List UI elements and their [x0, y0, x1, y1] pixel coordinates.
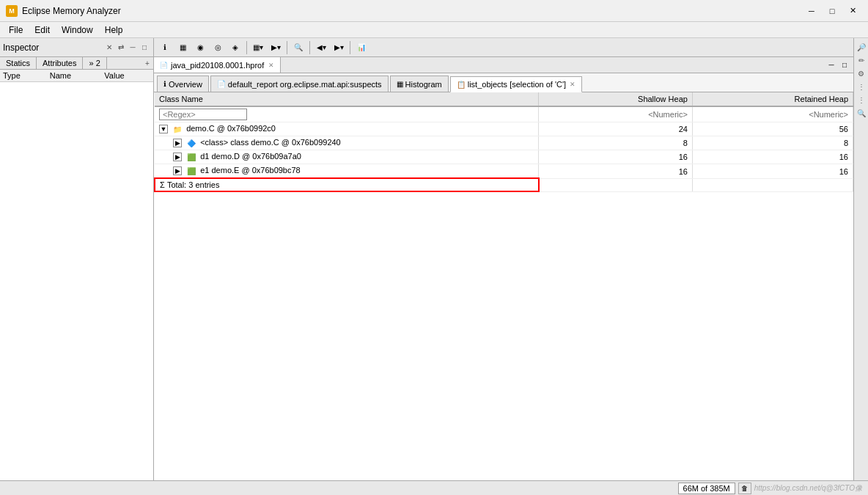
inspector-title: Inspector: [3, 43, 106, 53]
close-button[interactable]: ✕: [843, 4, 862, 18]
tb-back-button[interactable]: ◀▾: [313, 40, 329, 55]
right-settings-icon[interactable]: ⚙: [856, 67, 867, 79]
inspector-close-icon: ✕: [106, 43, 112, 51]
tab-more[interactable]: » 2: [83, 57, 106, 69]
row3-obj-icon: 🟩: [186, 152, 196, 162]
tb-dominatortree-button[interactable]: ◉: [192, 40, 208, 55]
view-tab-list-objects[interactable]: 📋 list_objects [selection of 'C'] ✕: [450, 76, 582, 92]
histogram-icon: ▦: [397, 80, 403, 88]
row4-retained-cell: 16: [692, 164, 853, 179]
histogram-label: Histogram: [405, 80, 442, 89]
tab-attributes[interactable]: Attributes: [37, 57, 83, 69]
tb-sep3: [309, 41, 310, 54]
tb-forward-button[interactable]: ▶▾: [331, 40, 347, 55]
tb-query-dropdown[interactable]: ▦▾: [250, 40, 266, 55]
editor-maximize-button[interactable]: □: [839, 59, 850, 71]
editor-toolbar: ℹ ▦ ◉ ◎ ◈ ▦▾ ▶▾ 🔍 ◀▾ ▶▾ 📊: [154, 38, 853, 57]
menu-bar: File Edit Window Help: [0, 22, 868, 38]
overview-icon: ℹ: [163, 80, 166, 88]
row2-retained-cell: 8: [692, 136, 853, 150]
tb-oql-button[interactable]: ◈: [227, 40, 243, 55]
inspector-minimize-button[interactable]: ─: [127, 42, 139, 54]
table-header-row: Class Name Shallow Heap Retained Heap: [155, 92, 853, 106]
row1-expand-button[interactable]: ▼: [159, 125, 168, 133]
tb-histogram-button[interactable]: ▦: [174, 40, 191, 55]
view-tab-overview[interactable]: ℹ Overview: [157, 76, 209, 92]
view-tab-histogram[interactable]: ▦ Histogram: [390, 76, 449, 92]
gc-button[interactable]: 🗑: [738, 483, 751, 494]
status-bar: 66M of 385M 🗑 https://blog.csdn.net/q@3f…: [0, 480, 868, 495]
row1-class-cell: ▼ 📁 demo.C @ 0x76b0992c0: [155, 122, 539, 136]
table-row[interactable]: ▶ 🔷 <class> class demo.C @ 0x76b099240 8…: [155, 136, 853, 150]
memory-display: 66M of 385M: [678, 483, 735, 494]
menu-window[interactable]: Window: [56, 23, 99, 37]
filter-retained-label: <Numeric>: [809, 110, 848, 119]
table-row[interactable]: ▼ 📁 demo.C @ 0x76b0992c0 24 56: [155, 122, 853, 136]
right-more-icon[interactable]: ⋮: [856, 81, 867, 92]
main-editor-panel: ℹ ▦ ◉ ◎ ◈ ▦▾ ▶▾ 🔍 ◀▾ ▶▾ 📊 📄 java_pid2010…: [154, 38, 853, 495]
inspector-maximize-button[interactable]: □: [139, 42, 150, 54]
menu-help[interactable]: Help: [99, 23, 129, 37]
right-dots-icon[interactable]: ⋮: [856, 94, 867, 106]
view-tabs-bar: ℹ Overview 📄 default_report org.eclipse.…: [154, 73, 853, 92]
report-icon: 📄: [217, 80, 226, 88]
col-header-retained[interactable]: Retained Heap: [692, 92, 853, 106]
table-row[interactable]: ▶ 🟩 e1 demo.E @ 0x76b09bc78 16 16: [155, 164, 853, 179]
row1-shallow-cell: 24: [539, 122, 693, 136]
view-tab-report[interactable]: 📄 default_report org.eclipse.mat.api:sus…: [210, 76, 389, 92]
tb-run-button[interactable]: ▶▾: [268, 40, 284, 55]
minimize-button[interactable]: ─: [802, 4, 821, 18]
hprof-tab-close[interactable]: ✕: [268, 62, 274, 69]
row4-class-cell: ▶ 🟩 e1 demo.E @ 0x76b09bc78: [155, 164, 539, 179]
row3-expand-button[interactable]: ▶: [173, 153, 182, 161]
tab-statics[interactable]: Statics: [0, 57, 37, 69]
col-header-shallow[interactable]: Shallow Heap: [539, 92, 693, 106]
inspector-tabs: Statics Attributes » 2 +: [0, 57, 153, 70]
tb-search-button[interactable]: 🔍: [290, 40, 306, 55]
row4-expand-button[interactable]: ▶: [173, 166, 182, 175]
report-label: default_report org.eclipse.mat.api:suspe…: [228, 80, 382, 89]
editor-minimize-button[interactable]: ─: [825, 59, 837, 71]
editor-tabs-bar: 📄 java_pid20108.0001.hprof ✕ ─ □: [154, 57, 853, 73]
col-header-classname[interactable]: Class Name: [155, 92, 539, 106]
row4-label: e1 demo.E @ 0x76b09bc78: [200, 166, 301, 175]
menu-file[interactable]: File: [3, 23, 29, 37]
row2-class-icon: 🔷: [186, 138, 196, 148]
row3-shallow-cell: 16: [539, 150, 693, 164]
inspector-table: Type Name Value: [0, 70, 153, 82]
list-objects-label: list_objects [selection of 'C']: [468, 80, 566, 89]
list-objects-close[interactable]: ✕: [570, 81, 575, 88]
total-row: Σ Total: 3 entries: [155, 178, 853, 191]
data-table: Class Name Shallow Heap Retained Heap <N…: [154, 92, 853, 192]
editor-tab-controls: ─ □: [823, 59, 853, 71]
tab-add-button[interactable]: +: [141, 57, 153, 69]
row4-shallow-cell: 16: [539, 164, 693, 179]
tb-sep1: [246, 41, 247, 54]
row1-retained-cell: 56: [692, 122, 853, 136]
class-filter-input[interactable]: [159, 109, 247, 120]
tb-sep2: [287, 41, 287, 54]
tb-info-button[interactable]: ℹ: [157, 40, 173, 55]
row1-folder-icon: 📁: [172, 124, 183, 134]
total-label-cell: Σ Total: 3 entries: [155, 178, 539, 191]
right-search-icon[interactable]: 🔎: [856, 41, 867, 53]
right-icons-panel: 🔎 ✏ ⚙ ⋮ ⋮ 🔍: [853, 38, 868, 495]
col-type: Type: [0, 70, 47, 82]
row2-label: <class> class demo.C @ 0x76b099240: [200, 138, 341, 147]
row1-label: demo.C @ 0x76b0992c0: [186, 124, 276, 133]
maximize-button[interactable]: □: [823, 4, 842, 18]
row2-class-cell: ▶ 🔷 <class> class demo.C @ 0x76b099240: [155, 136, 539, 150]
col-name: Name: [47, 70, 102, 82]
main-layout: Inspector ✕ ⇄ ─ □ Statics Attributes » 2…: [0, 38, 868, 495]
right-find-icon[interactable]: 🔍: [856, 107, 867, 119]
inspector-actions-button[interactable]: ⇄: [115, 42, 127, 54]
table-row[interactable]: ▶ 🟩 d1 demo.D @ 0x76b09a7a0 16 16: [155, 150, 853, 164]
watermark: https://blog.csdn.net/q@3fCTO像: [754, 483, 862, 494]
right-edit-icon[interactable]: ✏: [856, 54, 867, 66]
tb-thread-button[interactable]: ◎: [210, 40, 226, 55]
editor-tab-hprof[interactable]: 📄 java_pid20108.0001.hprof ✕: [154, 57, 281, 73]
row2-expand-button[interactable]: ▶: [173, 139, 182, 147]
menu-edit[interactable]: Edit: [29, 23, 56, 37]
tb-report-button[interactable]: 📊: [353, 40, 369, 55]
inspector-panel: Inspector ✕ ⇄ ─ □ Statics Attributes » 2…: [0, 38, 154, 495]
